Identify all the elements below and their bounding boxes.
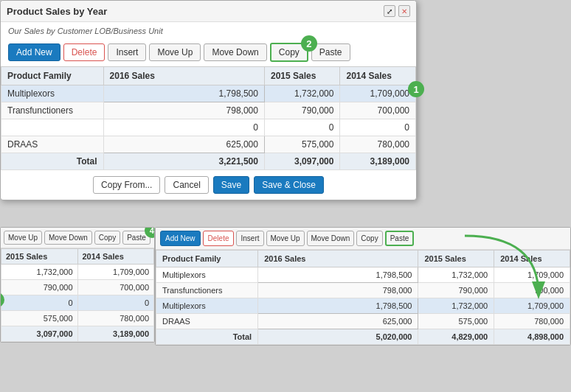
col-header-2016: 2016 Sales: [103, 67, 264, 85]
col-2016-right: 2016 Sales: [258, 251, 418, 267]
left-toolbar: Move Up Move Down Copy Paste 4: [1, 228, 154, 248]
bottom-toolbar: Copy From... Cancel Save Save & Close: [1, 170, 416, 200]
table-row: 575,000 780,000: [1, 311, 154, 326]
cell-2014: 780,000: [494, 314, 570, 329]
move-up-mini-button[interactable]: Move Up: [4, 231, 42, 245]
save-close-button[interactable]: Save & Close: [254, 176, 324, 194]
total-2016: 3,221,500: [103, 153, 264, 170]
total-2015: 3,097,000: [264, 153, 340, 170]
total-row: 3,097,000 3,189,000: [1, 326, 154, 342]
table-row: Transfunctioners 798,000 790,000 700,000: [1, 102, 416, 119]
input-r3-2016[interactable]: [264, 301, 412, 310]
cell-2015: 1,732,000: [418, 267, 494, 283]
paste-mini-wrapper: Paste 4: [122, 231, 150, 245]
total-cell: 3,097,000: [1, 326, 78, 342]
table-row: Multiplexors 1,732,000 1,709,000: [156, 267, 570, 283]
paste-button[interactable]: Paste: [311, 43, 350, 61]
input-2016[interactable]: [110, 88, 258, 99]
save-button[interactable]: Save: [213, 176, 249, 194]
cell-family: Transfunctioners: [1, 102, 104, 119]
dialog-titlebar: Product Sales by Year ⤢ ✕: [1, 1, 416, 22]
cell-2016[interactable]: [258, 267, 418, 283]
maximize-button[interactable]: ⤢: [384, 5, 395, 17]
cell-family: Transfunctioners: [156, 283, 258, 298]
cell: 700,000: [77, 280, 154, 295]
table-row: 0 3 0: [1, 295, 154, 311]
cell-2016[interactable]: [258, 314, 418, 329]
input-r4-2016[interactable]: [264, 317, 412, 326]
table-row: Multiplexors 1,732,000 1,709,000 1: [1, 85, 416, 102]
table-row: Multiplexors 1,732,000 1,709,000: [156, 298, 570, 314]
right-toolbar: Add New Delete Insert Move Up Move Down …: [156, 228, 570, 250]
delete-right-button[interactable]: Delete: [203, 231, 235, 246]
col-2015-left: 2015 Sales: [1, 249, 78, 265]
move-up-button[interactable]: Move Up: [149, 43, 201, 61]
total-row: Total 5,020,000 4,829,000 4,898,000: [156, 329, 570, 345]
copy-from-button[interactable]: Copy From...: [93, 176, 160, 194]
delete-button[interactable]: Delete: [63, 43, 105, 61]
step-3-indicator: 3: [0, 293, 4, 307]
cell-2016: 798,000: [103, 102, 264, 119]
paste-right-button[interactable]: Paste: [385, 231, 415, 246]
total-2016-right: 5,020,000: [258, 329, 418, 345]
table-row: DRAAS 575,000 780,000: [1, 136, 416, 153]
copy-mini-button[interactable]: Copy: [94, 231, 120, 245]
main-toolbar: Add New Delete Insert Move Up Move Down …: [1, 38, 416, 66]
cell-2014: 1,709,000: [494, 298, 570, 314]
right-panel: Add New Delete Insert Move Up Move Down …: [155, 227, 571, 346]
cell-2016[interactable]: [103, 136, 264, 153]
col-header-2015: 2015 Sales: [264, 67, 340, 85]
insert-right-button[interactable]: Insert: [236, 231, 263, 246]
cell-family: DRAAS: [1, 136, 104, 153]
cell-2014: 700,000: [340, 102, 416, 119]
move-up-right-button[interactable]: Move Up: [266, 231, 305, 246]
cell: 790,000: [1, 280, 78, 295]
close-button[interactable]: ✕: [398, 5, 410, 17]
cell-2015: 1,732,000: [418, 298, 494, 314]
cell-2015: 1,732,000: [264, 85, 340, 102]
cell-2014: 780,000: [340, 136, 416, 153]
copy-button-wrapper: Copy 2: [270, 43, 308, 62]
cell-2015: 0: [264, 119, 340, 136]
cell: 1,732,000: [1, 265, 78, 280]
cell-2016[interactable]: [103, 85, 264, 102]
move-down-right-button[interactable]: Move Down: [307, 231, 355, 246]
move-down-mini-button[interactable]: Move Down: [44, 231, 92, 245]
move-down-button[interactable]: Move Down: [204, 43, 266, 61]
cell: 575,000: [1, 311, 78, 326]
cell: 1,709,000: [77, 265, 154, 280]
total-2014: 3,189,000: [340, 153, 416, 170]
left-table: 2015 Sales 2014 Sales 1,732,000 1,709,00…: [1, 248, 154, 342]
total-2015-right: 4,829,000: [418, 329, 494, 345]
input-r1-2016[interactable]: [264, 270, 412, 279]
cell-2014: 700,000: [494, 283, 570, 298]
table-row: 0 0 0: [1, 119, 416, 136]
dialog-title: Product Sales by Year: [7, 6, 107, 17]
col-family-right: Product Family: [156, 251, 258, 267]
cell-2014: 1,709,000 1: [340, 85, 416, 102]
cell-family: [1, 119, 104, 136]
cell-2015: 575,000: [264, 136, 340, 153]
cell: 0: [77, 295, 154, 311]
cell-family: DRAAS: [156, 314, 258, 329]
col-2014-left: 2014 Sales: [77, 249, 154, 265]
cell-2015: 790,000: [264, 102, 340, 119]
cancel-button[interactable]: Cancel: [165, 176, 208, 194]
cell-2014: 1,709,000: [494, 267, 570, 283]
insert-button[interactable]: Insert: [108, 43, 146, 61]
cell-2014: 0: [340, 119, 416, 136]
input-draas-2016[interactable]: [110, 139, 258, 150]
total-2014-right: 4,898,000: [494, 329, 570, 345]
add-new-right-button[interactable]: Add New: [160, 231, 201, 246]
col-2015-right: 2015 Sales: [418, 251, 494, 267]
add-new-button[interactable]: Add New: [8, 43, 60, 61]
cell-family: Multiplexors: [156, 298, 258, 314]
table-row: Transfunctioners 798,000 790,000 700,000: [156, 283, 570, 298]
cell-2016[interactable]: [258, 298, 418, 314]
step-1-indicator: 1: [408, 81, 424, 97]
left-panel: Move Up Move Down Copy Paste 4 2015 Sale…: [0, 227, 155, 343]
total-cell: 3,189,000: [77, 326, 154, 342]
copy-right-button[interactable]: Copy: [356, 231, 382, 246]
table-row: 790,000 700,000: [1, 280, 154, 295]
main-dialog: Product Sales by Year ⤢ ✕ Our Sales by C…: [0, 0, 417, 200]
